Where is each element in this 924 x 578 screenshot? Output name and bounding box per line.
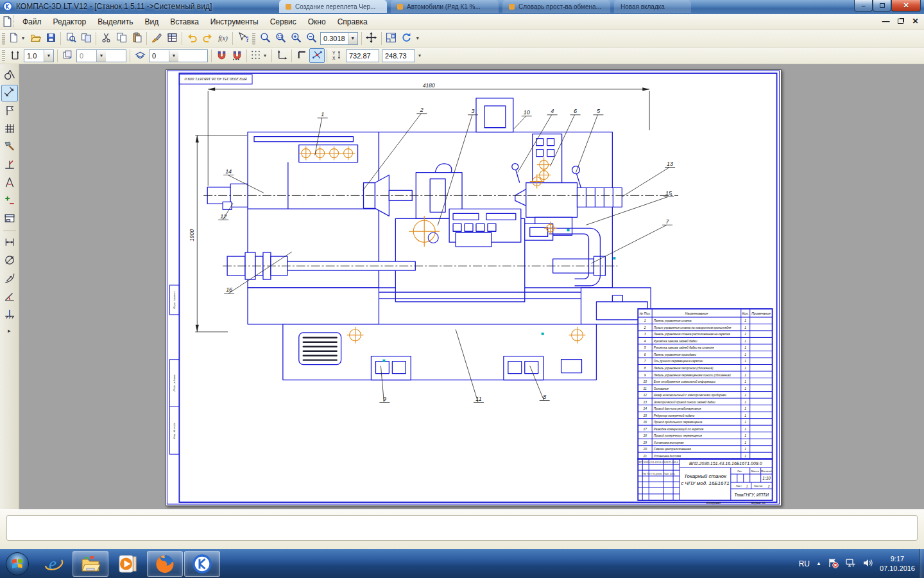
svg-text:1: 1	[744, 319, 746, 322]
snap-points-button[interactable]	[309, 48, 325, 63]
taskbar-kompas-button[interactable]	[184, 551, 220, 577]
copies-combo[interactable]: 0▼	[76, 49, 126, 62]
parametrization-tool-button[interactable]	[1, 157, 18, 173]
properties-button[interactable]	[164, 31, 180, 46]
background-tab: Автомобили (Ряд К1 %...	[391, 0, 499, 13]
taskbar-media-player-button[interactable]	[110, 551, 146, 577]
language-indicator[interactable]: RU	[799, 559, 810, 568]
menu-1[interactable]: Редактор	[47, 15, 92, 28]
svg-text:13: 13	[667, 161, 673, 167]
selection-tool-button[interactable]	[1, 193, 18, 209]
toolbar-grip[interactable]	[2, 49, 5, 62]
drawing-canvas[interactable]: ВП2.2030.151.43.16.16Б16Т1.009.0 Перв. п…	[19, 64, 924, 509]
svg-text:Смазка централизованная: Смазка централизованная	[654, 448, 692, 451]
snap-setup-button[interactable]	[214, 48, 229, 63]
print-preview-button[interactable]	[63, 31, 78, 46]
local-cs-button[interactable]	[274, 48, 289, 63]
geometry-tool-button[interactable]	[1, 67, 18, 83]
zoom-in-button[interactable]	[288, 31, 304, 46]
paste-button[interactable]	[129, 31, 144, 46]
taskbar-firefox-button[interactable]	[147, 551, 183, 577]
action-center-icon[interactable]	[828, 557, 839, 570]
drawing-sheet[interactable]: ВП2.2030.151.43.16.16Б16Т1.009.0 Перв. п…	[166, 69, 782, 506]
redo-button[interactable]	[200, 31, 215, 46]
copy-button[interactable]	[114, 31, 129, 46]
layer-combo[interactable]: 0▼	[149, 49, 208, 62]
grid-button[interactable]: ▾	[249, 48, 270, 63]
context-help-button[interactable]: ?	[235, 31, 250, 46]
mdi-minimize-button[interactable]: —	[881, 16, 891, 26]
datum-button[interactable]	[1, 306, 18, 323]
menu-2[interactable]: Выделить	[92, 15, 139, 28]
show-all-button[interactable]	[384, 31, 399, 46]
svg-text:1: 1	[744, 366, 746, 370]
zoom-frame-button[interactable]	[257, 31, 273, 46]
coord-x-field[interactable]: 248.73	[382, 49, 415, 62]
zoom-area-button[interactable]	[273, 31, 288, 46]
layers-button[interactable]	[132, 48, 148, 63]
ortho-button[interactable]	[294, 48, 309, 63]
clock[interactable]: 9:17 07.10.2016	[880, 554, 915, 574]
open-document-button[interactable]	[28, 31, 43, 46]
diameter-dimension-button[interactable]	[1, 252, 18, 269]
background-tab: Словарь прост-ва обмена...	[502, 0, 610, 13]
angular-dimension-button[interactable]	[1, 288, 18, 305]
snap-toggle-magnet-button[interactable]	[229, 48, 244, 63]
svg-text:6: 6	[644, 353, 646, 356]
coord-y-field[interactable]: 732.87	[346, 49, 379, 62]
variables-button[interactable]: f(x)	[215, 31, 230, 46]
taskbar-explorer-button[interactable]	[73, 551, 108, 577]
start-button[interactable]	[5, 552, 30, 576]
svg-text:12: 12	[220, 213, 227, 220]
menu-5[interactable]: Инструменты	[205, 15, 264, 28]
taskbar-ie-button[interactable]: e	[35, 551, 71, 577]
zoom-scale-combo[interactable]: 0.3018▼	[320, 32, 358, 45]
menu-8[interactable]: Справка	[332, 15, 373, 28]
new-document-button[interactable]: ▾	[7, 31, 28, 46]
menu-6[interactable]: Сервис	[264, 15, 302, 28]
step-combo[interactable]: 1.0▼	[24, 49, 54, 62]
specification-button[interactable]	[1, 211, 18, 227]
designations-tool-button[interactable]	[1, 103, 18, 119]
show-desktop-button[interactable]	[919, 549, 924, 578]
mdi-restore-button[interactable]	[896, 16, 905, 26]
message-field[interactable]	[6, 515, 918, 541]
linear-dimension-button[interactable]	[1, 234, 18, 251]
menu-7[interactable]: Окно	[302, 15, 332, 28]
mdi-document-icon	[1, 15, 14, 28]
hatch-tool-button[interactable]	[1, 121, 18, 137]
menu-0[interactable]: Файл	[17, 15, 47, 28]
window-close-button[interactable]: ✕	[891, 0, 921, 12]
menu-4[interactable]: Вставка	[164, 15, 205, 28]
svg-text:2: 2	[420, 107, 424, 113]
toolbar-grip[interactable]	[252, 32, 255, 45]
editing-tool-button[interactable]	[1, 139, 18, 155]
refresh-view-button[interactable]	[399, 31, 415, 46]
svg-text:Установка дисплея: Установка дисплея	[654, 455, 681, 458]
toolbar-overflow[interactable]: ▾	[416, 35, 419, 41]
menu-3[interactable]: Вид	[139, 15, 165, 28]
undo-button[interactable]	[184, 31, 200, 46]
svg-text:Педаль управления патроном (сб: Педаль управления патроном (сближение)	[654, 367, 714, 370]
svg-text:X: X	[332, 55, 335, 60]
convert-document-button[interactable]	[78, 31, 94, 46]
window-restore-button[interactable]	[873, 0, 891, 12]
toolbar-grip[interactable]	[2, 32, 5, 45]
svg-text:1: 1	[744, 373, 746, 377]
mdi-close-button[interactable]: ✕	[911, 16, 920, 26]
window-minimize-button[interactable]: –	[854, 0, 873, 12]
format-painter-button[interactable]	[149, 31, 164, 46]
svg-text:1: 1	[744, 380, 746, 383]
tray-expand-button[interactable]: ▲	[816, 561, 821, 566]
toolbar-overflow[interactable]: ▾	[418, 53, 421, 58]
save-button[interactable]	[43, 31, 58, 46]
measure-tool-button[interactable]	[1, 175, 18, 191]
network-icon[interactable]	[845, 557, 856, 570]
dimensions-tool-button[interactable]	[1, 85, 18, 101]
cut-button[interactable]	[98, 31, 114, 46]
pan-button[interactable]	[364, 31, 379, 46]
volume-icon[interactable]	[862, 557, 873, 570]
panel-expander[interactable]: ▸	[8, 328, 11, 334]
radial-dimension-button[interactable]	[1, 270, 18, 287]
zoom-out-button[interactable]	[304, 31, 319, 46]
